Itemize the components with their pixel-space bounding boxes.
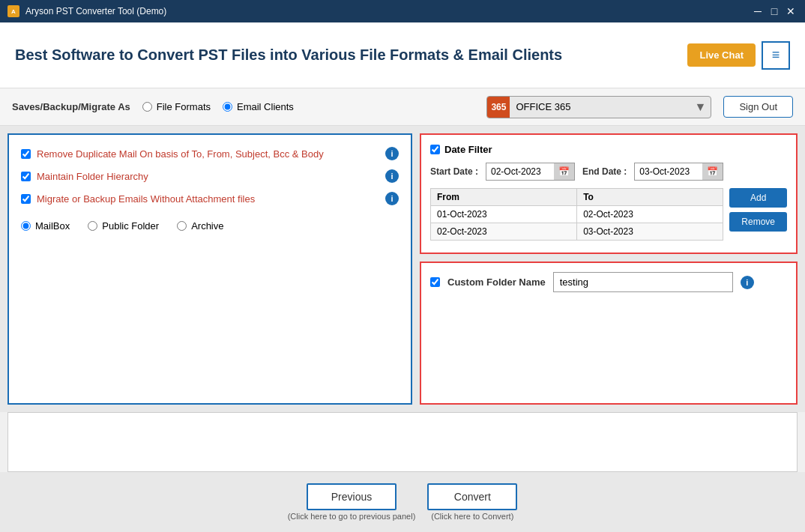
archive-radio[interactable] xyxy=(177,221,187,231)
email-clients-radio[interactable] xyxy=(223,102,232,112)
sign-out-button[interactable]: Sign Out xyxy=(723,96,793,118)
previous-button[interactable]: Previous xyxy=(307,483,397,510)
date-table: From To 01-Oct-2023 02-Oct-2023 02-Oct-2… xyxy=(430,188,723,241)
date-row-1-to: 02-Oct-2023 xyxy=(577,206,723,223)
option2-info-icon[interactable]: i xyxy=(385,169,399,183)
left-panel: Remove Duplicate Mail On basis of To, Fr… xyxy=(7,133,412,405)
file-formats-label[interactable]: File Formats xyxy=(157,101,211,112)
mailbox-radio[interactable] xyxy=(21,221,31,231)
progress-area xyxy=(7,412,798,472)
option1-checkbox[interactable] xyxy=(21,149,31,159)
date-row-2[interactable]: 02-Oct-2023 03-Oct-2023 xyxy=(431,223,723,241)
office-select[interactable]: OFFICE 365 xyxy=(510,101,690,112)
mailbox-radio-group: MailBox Public Folder Archive xyxy=(21,220,399,232)
header: Best Software to Convert PST Files into … xyxy=(0,22,805,88)
date-filter-checkbox[interactable] xyxy=(430,145,440,154)
office-select-wrapper: 365 OFFICE 365 ▼ xyxy=(486,96,711,118)
mailbox-label[interactable]: MailBox xyxy=(35,220,70,232)
option1-label: Remove Duplicate Mail On basis of To, Fr… xyxy=(37,148,379,160)
archive-label[interactable]: Archive xyxy=(191,220,223,232)
previous-hint: (Click here to go to previous panel) xyxy=(288,512,416,521)
option3-checkbox[interactable] xyxy=(21,194,31,204)
option2-checkbox[interactable] xyxy=(21,172,31,181)
start-date-input[interactable] xyxy=(486,163,554,180)
dropdown-arrow-icon: ▼ xyxy=(690,100,711,114)
custom-folder-row: Custom Folder Name i xyxy=(430,272,787,292)
app-title: Aryson PST Converter Tool (Demo) xyxy=(25,6,166,16)
convert-button[interactable]: Convert xyxy=(427,483,517,510)
file-formats-radio[interactable] xyxy=(142,102,152,112)
convert-hint: (Click here to Convert) xyxy=(431,512,513,521)
maximize-button[interactable]: □ xyxy=(768,4,781,18)
main-content: Remove Duplicate Mail On basis of To, Fr… xyxy=(0,126,805,412)
email-clients-label[interactable]: Email Clients xyxy=(237,101,294,112)
toolbar: Saves/Backup/Migrate As File Formats Ema… xyxy=(0,88,805,126)
live-chat-button[interactable]: Live Chat xyxy=(687,43,756,67)
menu-button[interactable]: ≡ xyxy=(762,41,790,70)
option-row-3: Migrate or Backup Emails Without Attachm… xyxy=(21,192,399,205)
header-title: Best Software to Convert PST Files into … xyxy=(15,46,687,64)
date-row-1-from: 01-Oct-2023 xyxy=(431,206,577,223)
date-filter-section: Date Filter Start Date : 📅 End Date : 📅 xyxy=(420,133,798,254)
date-table-wrapper: From To 01-Oct-2023 02-Oct-2023 02-Oct-2… xyxy=(430,188,787,244)
option-row-1: Remove Duplicate Mail On basis of To, Fr… xyxy=(21,147,399,160)
title-bar: A Aryson PST Converter Tool (Demo) ─ □ ✕ xyxy=(0,0,805,22)
start-date-wrapper: 📅 xyxy=(486,163,575,181)
remove-button[interactable]: Remove xyxy=(729,212,787,232)
custom-folder-input[interactable] xyxy=(553,272,733,292)
date-row: Start Date : 📅 End Date : 📅 xyxy=(430,163,787,181)
office-icon: 365 xyxy=(487,96,510,118)
custom-folder-info-icon[interactable]: i xyxy=(741,276,754,289)
public-folder-radio[interactable] xyxy=(88,221,97,231)
option-row-2: Maintain Folder Hierarchy i xyxy=(21,169,399,183)
end-date-input[interactable] xyxy=(635,163,702,180)
option2-label: Maintain Folder Hierarchy xyxy=(37,171,379,182)
close-button[interactable]: ✕ xyxy=(784,4,798,18)
custom-folder-checkbox[interactable] xyxy=(430,277,440,287)
custom-folder-section: Custom Folder Name i xyxy=(420,262,798,405)
app-icon: A xyxy=(7,5,19,17)
date-action-buttons: Add Remove xyxy=(729,188,787,244)
date-row-1[interactable]: 01-Oct-2023 02-Oct-2023 xyxy=(431,206,723,223)
start-date-label: Start Date : xyxy=(430,166,478,177)
end-date-label: End Date : xyxy=(582,166,627,177)
date-row-2-to: 03-Oct-2023 xyxy=(577,223,723,241)
to-column-header: To xyxy=(577,189,723,206)
date-filter-title: Date Filter xyxy=(444,144,492,155)
option3-info-icon[interactable]: i xyxy=(385,192,399,205)
footer: Previous (Click here to go to previous p… xyxy=(0,472,805,532)
option3-label: Migrate or Backup Emails Without Attachm… xyxy=(37,193,379,205)
date-row-2-from: 02-Oct-2023 xyxy=(431,223,577,241)
minimize-button[interactable]: ─ xyxy=(751,4,765,18)
add-button[interactable]: Add xyxy=(729,188,787,208)
saves-label: Saves/Backup/Migrate As xyxy=(12,101,130,112)
footer-buttons: Previous (Click here to go to previous p… xyxy=(288,483,518,521)
option1-info-icon[interactable]: i xyxy=(385,147,399,160)
start-date-calendar-button[interactable]: 📅 xyxy=(554,163,574,180)
public-folder-label[interactable]: Public Folder xyxy=(102,220,159,232)
right-panel: Date Filter Start Date : 📅 End Date : 📅 xyxy=(420,133,798,405)
date-table-container: From To 01-Oct-2023 02-Oct-2023 02-Oct-2… xyxy=(430,188,723,244)
end-date-calendar-button[interactable]: 📅 xyxy=(702,163,723,180)
from-column-header: From xyxy=(431,189,577,206)
custom-folder-label: Custom Folder Name xyxy=(447,276,546,288)
end-date-wrapper: 📅 xyxy=(634,163,723,181)
